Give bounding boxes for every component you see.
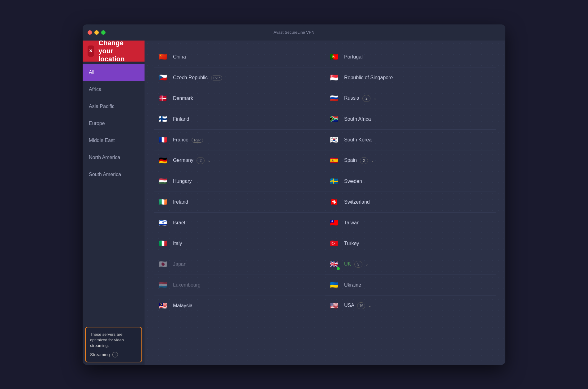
flag-finland: 🇫🇮 — [157, 113, 169, 125]
flag-container-sweden: 🇸🇪 — [328, 175, 340, 187]
country-china[interactable]: 🇨🇳 China — [154, 47, 325, 67]
flag-container-japan: 🇯🇵 — [157, 258, 169, 270]
country-germany[interactable]: 🇩🇪 Germany 2 ⌄ — [154, 150, 325, 171]
country-singapore[interactable]: 🇸🇬 Republic of Singapore — [325, 67, 496, 88]
flag-russia: 🇷🇺 — [328, 93, 340, 104]
flag-container-spain: 🇪🇸 — [328, 155, 340, 166]
country-name-turkey: Turkey — [344, 241, 359, 246]
country-denmark[interactable]: 🇩🇰 Denmark — [154, 88, 325, 109]
sidebar-item-north-america[interactable]: North America — [83, 149, 145, 166]
country-name-france: France P2P — [173, 137, 203, 143]
chevron-spain: ⌄ — [371, 158, 374, 163]
sidebar-item-europe[interactable]: Europe — [83, 115, 145, 132]
flag-france: 🇫🇷 — [157, 134, 169, 146]
tooltip-text: These servers are optimized for video st… — [90, 332, 137, 349]
country-name-uk: UK 3 ⌄ — [344, 261, 369, 268]
sidebar-item-south-america[interactable]: South America — [83, 166, 145, 183]
country-sweden[interactable]: 🇸🇪 Sweden — [325, 171, 496, 192]
flag-container-italy: 🇮🇹 — [157, 238, 169, 249]
flag-container-ireland: 🇮🇪 — [157, 196, 169, 208]
country-name-usa: USA 16 ⌄ — [344, 302, 372, 309]
flag-container-russia: 🇷🇺 — [328, 93, 340, 104]
back-button[interactable]: × — [88, 45, 94, 57]
flag-container-hungary: 🇭🇺 — [157, 175, 169, 187]
flag-container-south-korea: 🇰🇷 — [328, 134, 340, 146]
streaming-row: Streaming i — [90, 352, 137, 357]
info-icon[interactable]: i — [112, 352, 118, 357]
country-name-spain: Spain 2 ⌄ — [344, 157, 374, 164]
country-taiwan[interactable]: 🇹🇼 Taiwan — [325, 213, 496, 233]
titlebar: Avast SecureLine VPN — [83, 24, 505, 41]
country-italy[interactable]: 🇮🇹 Italy — [154, 233, 325, 254]
sidebar-item-middle-east[interactable]: Middle East — [83, 132, 145, 149]
country-japan[interactable]: 🇯🇵 Japan — [154, 254, 325, 275]
flag-israel: 🇮🇱 — [157, 217, 169, 229]
minimize-button[interactable] — [94, 30, 99, 35]
flag-malaysia: 🇲🇾 — [157, 300, 169, 312]
country-switzerland[interactable]: 🇨🇭 Switzerland — [325, 192, 496, 213]
location-header: × Change your location — [83, 41, 145, 62]
country-france[interactable]: 🇫🇷 France P2P — [154, 130, 325, 150]
maximize-button[interactable] — [101, 30, 106, 35]
country-name-south-korea: South Korea — [344, 137, 372, 143]
country-name-israel: Israel — [173, 220, 185, 226]
flag-usa: 🇺🇸 — [328, 300, 340, 312]
country-usa[interactable]: 🇺🇸 USA 16 ⌄ — [325, 296, 496, 316]
countries-grid: 🇨🇳 China 🇨🇿 Czech Republic P2P 🇩🇰 — [154, 47, 496, 316]
content-area: × Change your location All Africa Asia P… — [83, 41, 505, 365]
count-badge-russia: 2 — [362, 95, 370, 102]
country-portugal[interactable]: 🇵🇹 Portugal — [325, 47, 496, 67]
flag-container-finland: 🇫🇮 — [157, 113, 169, 125]
window-controls — [88, 30, 106, 35]
flag-ireland: 🇮🇪 — [157, 196, 169, 208]
country-south-africa[interactable]: 🇿🇦 South Africa — [325, 109, 496, 130]
sidebar-item-asia-pacific[interactable]: Asia Pacific — [83, 98, 145, 115]
flag-container-china: 🇨🇳 — [157, 51, 169, 63]
flag-container-uk: 🇬🇧 — [328, 258, 340, 270]
sidebar: × Change your location All Africa Asia P… — [83, 41, 145, 365]
region-nav: All Africa Asia Pacific Europe Middle Ea… — [83, 62, 145, 324]
flag-luxembourg: 🇱🇺 — [157, 279, 169, 291]
country-name-italy: Italy — [173, 241, 182, 246]
flag-container-switzerland: 🇨🇭 — [328, 196, 340, 208]
flag-germany: 🇩🇪 — [157, 155, 169, 166]
country-israel[interactable]: 🇮🇱 Israel — [154, 213, 325, 233]
country-russia[interactable]: 🇷🇺 Russia 2 ⌄ — [325, 88, 496, 109]
header-title: Change your location — [98, 41, 140, 63]
count-badge-usa: 16 — [357, 302, 365, 309]
country-turkey[interactable]: 🇹🇷 Turkey — [325, 233, 496, 254]
country-south-korea[interactable]: 🇰🇷 South Korea — [325, 130, 496, 150]
flag-container-france: 🇫🇷 — [157, 134, 169, 146]
window-title: Avast SecureLine VPN — [274, 30, 314, 35]
country-uk[interactable]: 🇬🇧 UK 3 ⌄ — [325, 254, 496, 275]
chevron-usa: ⌄ — [368, 303, 372, 308]
country-spain[interactable]: 🇪🇸 Spain 2 ⌄ — [325, 150, 496, 171]
sidebar-item-africa[interactable]: Africa — [83, 81, 145, 98]
country-czech[interactable]: 🇨🇿 Czech Republic P2P — [154, 67, 325, 88]
main-window: Avast SecureLine VPN × Change your locat… — [83, 24, 505, 365]
sidebar-item-all[interactable]: All — [83, 64, 145, 81]
flag-container-czech: 🇨🇿 — [157, 72, 169, 84]
flag-portugal: 🇵🇹 — [328, 51, 340, 63]
close-button[interactable] — [88, 30, 92, 35]
country-ireland[interactable]: 🇮🇪 Ireland — [154, 192, 325, 213]
flag-container-israel: 🇮🇱 — [157, 217, 169, 229]
flag-container-singapore: 🇸🇬 — [328, 72, 340, 84]
right-column: 🇵🇹 Portugal 🇸🇬 Republic of Singapore 🇷🇺 — [325, 47, 496, 316]
p2p-badge-france: P2P — [192, 138, 203, 143]
flag-italy: 🇮🇹 — [157, 238, 169, 249]
country-finland[interactable]: 🇫🇮 Finland — [154, 109, 325, 130]
flag-hungary: 🇭🇺 — [157, 175, 169, 187]
close-icon: × — [89, 48, 93, 54]
p2p-badge-czech: P2P — [211, 76, 223, 80]
flag-container-portugal: 🇵🇹 — [328, 51, 340, 63]
country-ukraine[interactable]: 🇺🇦 Ukraine — [325, 275, 496, 296]
country-luxembourg[interactable]: 🇱🇺 Luxembourg — [154, 275, 325, 296]
count-badge-spain: 2 — [360, 157, 368, 164]
country-name-sweden: Sweden — [344, 179, 362, 184]
count-badge-uk: 3 — [354, 261, 362, 268]
flag-sweden: 🇸🇪 — [328, 175, 340, 187]
country-hungary[interactable]: 🇭🇺 Hungary — [154, 171, 325, 192]
country-malaysia[interactable]: 🇲🇾 Malaysia — [154, 296, 325, 316]
country-name-japan: Japan — [173, 261, 187, 267]
